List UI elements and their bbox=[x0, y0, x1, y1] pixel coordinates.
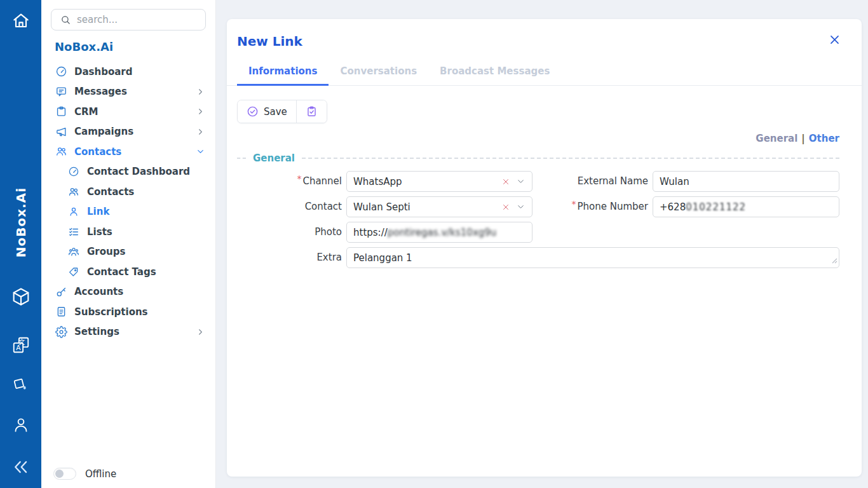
chevron-right-icon bbox=[194, 105, 207, 118]
search-input[interactable] bbox=[77, 14, 200, 25]
chevron-right-icon bbox=[194, 125, 207, 138]
rail-vertical-brand: NoBox.Ai bbox=[13, 187, 29, 257]
sidebar-item-label: Settings bbox=[74, 326, 119, 337]
sidebar-item-campaigns[interactable]: Campaigns bbox=[41, 122, 215, 142]
sidebar-item-label: Link bbox=[87, 206, 109, 217]
required-mark: * bbox=[297, 173, 301, 184]
sidebar-item-label: Subscriptions bbox=[74, 306, 148, 318]
sidebar-subitem-contact-tags[interactable]: Contact Tags bbox=[41, 262, 215, 282]
sidebar-item-dashboard[interactable]: Dashboard bbox=[41, 62, 215, 82]
clipboard-check-button[interactable] bbox=[296, 100, 327, 123]
page-title: New Link bbox=[237, 34, 302, 49]
chevron-down-icon[interactable] bbox=[516, 177, 526, 186]
clipboard-check-icon bbox=[306, 105, 318, 118]
search-box bbox=[51, 9, 206, 30]
collapse-double-chevron-icon[interactable] bbox=[11, 458, 31, 477]
megaphone-icon bbox=[55, 125, 67, 138]
panel-header: New Link bbox=[227, 19, 862, 49]
phone-redacted: 010221122 bbox=[686, 201, 746, 213]
gauge-icon bbox=[67, 165, 80, 178]
contact-value: Wulan Septi bbox=[353, 201, 501, 213]
clear-icon[interactable] bbox=[501, 177, 510, 186]
profile-icon[interactable] bbox=[11, 415, 31, 434]
gear-icon bbox=[55, 325, 67, 338]
sidebar-subitem-contacts[interactable]: Contacts bbox=[41, 182, 215, 202]
new-link-panel: New Link Informations Conversations Broa… bbox=[227, 19, 862, 477]
other-link[interactable]: Other bbox=[809, 133, 839, 144]
cube-icon[interactable] bbox=[10, 286, 32, 308]
resize-grip-icon[interactable] bbox=[831, 255, 837, 266]
svg-text:A: A bbox=[16, 344, 21, 352]
external-name-input[interactable] bbox=[653, 171, 839, 192]
sidebar-item-settings[interactable]: Settings bbox=[41, 322, 215, 342]
section-links: General|Other bbox=[227, 133, 839, 144]
chevron-down-icon[interactable] bbox=[516, 202, 526, 212]
sidebar-subitem-lists[interactable]: Lists bbox=[41, 222, 215, 242]
tab-informations[interactable]: Informations bbox=[237, 60, 329, 86]
translate-icon[interactable]: 文A bbox=[11, 336, 31, 355]
external-name-label: External Name bbox=[537, 171, 648, 192]
checklist-icon bbox=[67, 226, 80, 238]
channel-label: *Channel bbox=[237, 171, 342, 192]
sidebar-subitem-contact-dashboard[interactable]: Contact Dashboard bbox=[41, 162, 215, 182]
tag-icon bbox=[67, 266, 80, 278]
photo-input[interactable]: https://pontiregas.v/ks10xg9u bbox=[346, 222, 532, 243]
sidebar-item-crm[interactable]: CRM bbox=[41, 102, 215, 122]
link-divider: | bbox=[801, 133, 804, 144]
main-area: New Link Informations Conversations Broa… bbox=[216, 0, 868, 488]
sidebar: NoBox.Ai Dashboard Messages CRM Campa bbox=[41, 0, 216, 488]
contact-select[interactable]: Wulan Septi bbox=[346, 196, 532, 217]
sidebar-item-label: Contact Dashboard bbox=[87, 166, 190, 177]
required-mark: * bbox=[572, 199, 576, 209]
tab-bar: Informations Conversations Broadcast Mes… bbox=[227, 60, 862, 86]
channel-select[interactable]: WhatsApp bbox=[346, 171, 532, 192]
clear-icon[interactable] bbox=[501, 203, 510, 212]
channel-value: WhatsApp bbox=[353, 176, 501, 187]
sidebar-item-accounts[interactable]: Accounts bbox=[41, 282, 215, 302]
general-section-divider: General bbox=[237, 152, 839, 164]
status-row: Offline bbox=[53, 468, 116, 480]
save-button-group: Save bbox=[237, 100, 327, 123]
clipboard-icon bbox=[55, 105, 67, 118]
app-root: NoBox.Ai 文A NoBox.Ai Dashboard bbox=[0, 0, 868, 488]
extra-value: Pelanggan 1 bbox=[353, 252, 832, 264]
search-icon bbox=[59, 13, 72, 26]
user-group-icon bbox=[67, 245, 80, 258]
sidebar-subitem-groups[interactable]: Groups bbox=[41, 242, 215, 262]
save-button[interactable]: Save bbox=[238, 100, 296, 123]
ink-drop-icon[interactable] bbox=[12, 376, 30, 394]
tab-conversations[interactable]: Conversations bbox=[329, 60, 428, 86]
section-legend: General bbox=[253, 152, 295, 164]
extra-textarea[interactable]: Pelanggan 1 bbox=[346, 247, 839, 268]
file-icon bbox=[55, 306, 67, 318]
home-icon[interactable] bbox=[11, 10, 31, 30]
sidebar-item-label: Campaigns bbox=[74, 126, 133, 137]
contact-label: Contact bbox=[237, 196, 342, 217]
sidebar-brand: NoBox.Ai bbox=[55, 40, 215, 53]
close-icon[interactable] bbox=[829, 34, 841, 46]
sidebar-item-label: Lists bbox=[87, 226, 112, 238]
toggle-knob bbox=[55, 470, 64, 478]
sidebar-nav: Dashboard Messages CRM Campaigns bbox=[41, 62, 215, 342]
sidebar-item-contacts[interactable]: Contacts bbox=[41, 142, 215, 162]
sidebar-item-label: Accounts bbox=[74, 286, 123, 297]
link-form: *Channel WhatsApp External Name Contact … bbox=[237, 171, 839, 268]
gauge-icon bbox=[55, 65, 67, 78]
phone-number-input[interactable]: +628010221122 bbox=[653, 196, 839, 217]
sidebar-item-label: Contact Tags bbox=[87, 266, 156, 278]
sidebar-subitem-link[interactable]: Link bbox=[41, 202, 215, 222]
external-name-input-field[interactable] bbox=[660, 176, 832, 187]
icon-rail: NoBox.Ai 文A bbox=[0, 0, 41, 488]
chevron-down-icon bbox=[194, 146, 207, 158]
sidebar-item-messages[interactable]: Messages bbox=[41, 82, 215, 102]
sidebar-item-label: CRM bbox=[74, 106, 98, 118]
chevron-right-icon bbox=[194, 325, 207, 338]
sidebar-item-subscriptions[interactable]: Subscriptions bbox=[41, 302, 215, 322]
tab-broadcast-messages[interactable]: Broadcast Messages bbox=[428, 60, 561, 86]
online-status-toggle[interactable] bbox=[53, 468, 76, 480]
photo-url-prefix: https:// bbox=[353, 227, 388, 238]
sidebar-item-label: Contacts bbox=[87, 186, 134, 198]
general-link[interactable]: General bbox=[756, 133, 797, 144]
status-toggle-label: Offline bbox=[85, 468, 116, 480]
phone-number-label: *Phone Number bbox=[537, 196, 648, 217]
